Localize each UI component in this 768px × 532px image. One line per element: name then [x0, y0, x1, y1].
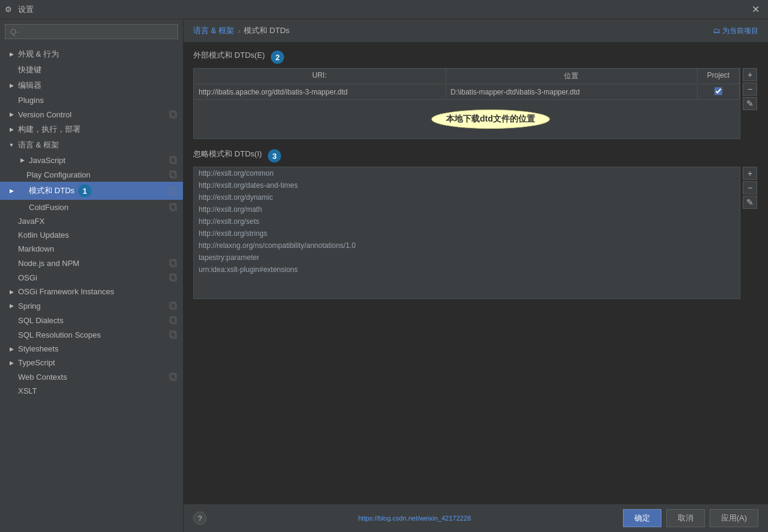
table-side-buttons: + − ✎ [743, 68, 757, 110]
list-item[interactable]: http://exslt.org/dynamic [194, 191, 740, 203]
sidebar-item-label: Kotlin Updates [18, 230, 69, 240]
ignored-section-title: 忽略模式和 DTDs(I) [193, 149, 262, 159]
ok-button[interactable]: 确定 [623, 509, 661, 527]
badge-2: 2 [271, 51, 284, 64]
sidebar-item-typescript[interactable]: TypeScript [0, 356, 183, 370]
sidebar-item-play-config[interactable]: Play Configuration [0, 167, 183, 182]
arrow-icon [7, 187, 16, 195]
bottom-bar: ? https://blog.csdn.net/weixin_42172228 … [184, 504, 768, 532]
main-container: 外观 & 行为 快捷键 编辑器 Plugins Version Control [0, 19, 768, 532]
sidebar-item-label: JavaFX [18, 217, 45, 226]
sidebar-item-spring[interactable]: Spring [0, 298, 183, 313]
sidebar-item-javafx[interactable]: JavaFX [0, 214, 183, 228]
sidebar-item-label: ColdFusion [29, 203, 69, 212]
sidebar-item-osgi-framework[interactable]: OSGi Framework Instances [0, 285, 183, 298]
sidebar-item-plugins[interactable]: Plugins [0, 93, 183, 107]
sidebar-item-coldfusion[interactable]: ColdFusion [0, 200, 183, 214]
sidebar-item-nodejs[interactable]: Node.js and NPM [0, 256, 183, 270]
sidebar-item-label: Node.js and NPM [18, 259, 79, 268]
sidebar-item-build[interactable]: 构建，执行，部署 [0, 122, 183, 137]
sidebar-item-label: JavaScript [29, 156, 66, 165]
sidebar-item-label: 外观 & 行为 [18, 49, 59, 60]
arrow-icon [7, 110, 16, 119]
sidebar-item-osgi[interactable]: OSGi [0, 270, 183, 285]
sidebar-item-xslt[interactable]: XSLT [0, 384, 183, 398]
ignored-remove-button[interactable]: − [743, 181, 757, 194]
list-item[interactable]: http://exslt.org/sets [194, 215, 740, 227]
external-table: URI: 位置 Project http://ibatis.apache.org… [193, 68, 740, 139]
content-body: 外部模式和 DTDs(E) 2 URI: 位置 Project http://i… [184, 43, 768, 504]
copy-icon [169, 372, 178, 382]
list-item[interactable]: http://exslt.org/strings [194, 227, 740, 240]
sidebar-item-schemas-dtds[interactable]: 模式和 DTDs 1 [0, 182, 183, 200]
blog-link[interactable]: https://blog.csdn.net/weixin_42172228 [358, 515, 471, 522]
sidebar-item-vcs[interactable]: Version Control [0, 107, 183, 122]
arrow-icon [7, 345, 16, 353]
list-item[interactable]: http://exslt.org/math [194, 203, 740, 215]
external-remove-button[interactable]: − [743, 82, 757, 96]
sidebar-item-stylesheets[interactable]: Stylesheets [0, 342, 183, 356]
table-header: URI: 位置 Project [194, 69, 740, 84]
external-section: 外部模式和 DTDs(E) 2 URI: 位置 Project http://i… [193, 50, 758, 139]
help-button[interactable]: ? [193, 512, 206, 525]
apply-button[interactable]: 应用(A) [710, 509, 758, 527]
cancel-button[interactable]: 取消 [666, 509, 705, 527]
arrow-icon [7, 81, 16, 90]
ignored-section: 忽略模式和 DTDs(I) 3 http://exslt.org/common … [193, 149, 758, 299]
breadcrumb-project[interactable]: 🗂 为当前项目 [713, 26, 758, 36]
sidebar-item-markdown[interactable]: Markdown [0, 242, 183, 256]
content-panel: 语言 & 框架 › 模式和 DTDs 🗂 为当前项目 外部模式和 DTDs(E)… [184, 19, 768, 532]
sidebar-item-sql-resolution[interactable]: SQL Resolution Scopes [0, 327, 183, 342]
breadcrumb-parent[interactable]: 语言 & 框架 [193, 25, 234, 36]
ignored-add-button[interactable]: + [743, 167, 757, 180]
ignored-edit-button[interactable]: ✎ [743, 196, 757, 209]
sidebar-item-label: 语言 & 框架 [18, 140, 59, 150]
table-row: http://ibatis.apache.org/dtd/ibatis-3-ma… [194, 84, 740, 100]
sidebar-item-label: SQL Dialects [18, 316, 63, 325]
list-item[interactable]: http://exslt.org/dates-and-times [194, 179, 740, 191]
list-item[interactable]: http://exslt.org/common [194, 167, 740, 179]
sidebar-item-keymap[interactable]: 快捷键 [0, 62, 183, 78]
sidebar-item-label: 编辑器 [18, 80, 42, 91]
copy-icon [169, 170, 178, 179]
list-item[interactable]: http://relaxng.org/ns/compatibility/anno… [194, 240, 740, 252]
arrow-icon [7, 50, 16, 58]
sidebar: 外观 & 行为 快捷键 编辑器 Plugins Version Control [0, 19, 184, 532]
copy-icon [169, 155, 178, 165]
copy-icon [169, 110, 178, 119]
td-location: D:\ibatis-mapper-dtd\ibatis-3-mapper.dtd [446, 86, 698, 98]
list-item[interactable]: tapestry:parameter [194, 252, 740, 264]
project-checkbox[interactable] [714, 87, 722, 95]
ignored-list-wrapper: http://exslt.org/common http://exslt.org… [193, 167, 740, 299]
arrow-icon [7, 125, 16, 134]
close-button[interactable]: ✕ [748, 2, 763, 16]
sidebar-item-label: Version Control [18, 110, 72, 119]
list-item[interactable]: urn:idea:xslt-plugin#extensions [194, 264, 740, 276]
td-uri: http://ibatis.apache.org/dtd/ibatis-3-ma… [194, 86, 446, 98]
sidebar-item-kotlin[interactable]: Kotlin Updates [0, 228, 183, 242]
sidebar-item-lang[interactable]: 语言 & 框架 [0, 137, 183, 153]
sidebar-item-sql-dialects[interactable]: SQL Dialects [0, 313, 183, 327]
sidebar-item-label: XSLT [18, 386, 37, 395]
title-bar: ⚙ 设置 ✕ [0, 0, 768, 19]
sidebar-item-appearance[interactable]: 外观 & 行为 [0, 46, 183, 62]
sidebar-item-label: 构建，执行，部署 [18, 124, 81, 135]
copy-icon [169, 186, 178, 196]
search-input[interactable] [5, 24, 178, 39]
external-edit-button[interactable]: ✎ [743, 97, 757, 110]
external-add-button[interactable]: + [743, 68, 757, 81]
copy-icon [169, 315, 178, 325]
sidebar-item-web-contexts[interactable]: Web Contexts [0, 370, 183, 384]
ignored-list: http://exslt.org/common http://exslt.org… [193, 167, 740, 299]
tooltip-ellipse: 本地下载dtd文件的位置 [431, 110, 550, 129]
app-icon: ⚙ [5, 5, 14, 14]
td-project-checkbox[interactable] [698, 85, 740, 99]
arrow-icon [7, 302, 16, 310]
list-side-buttons: + − ✎ [743, 167, 757, 209]
sidebar-item-javascript[interactable]: JavaScript [0, 153, 183, 167]
sidebar-item-editor[interactable]: 编辑器 [0, 78, 183, 93]
sidebar-item-label: Stylesheets [18, 344, 58, 353]
copy-icon [169, 273, 178, 282]
copy-icon [169, 301, 178, 311]
copy-icon [169, 202, 178, 212]
